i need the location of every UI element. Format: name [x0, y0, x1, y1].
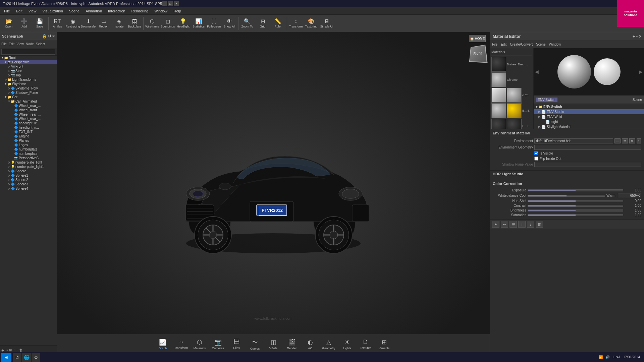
toolbar-btn-wireframe[interactable]: ⬡Wireframe [145, 16, 160, 31]
rp-down-btn[interactable]: ↓ [527, 221, 534, 228]
hue-shift-slider[interactable] [528, 200, 623, 202]
menu-item-view[interactable]: View [26, 8, 39, 14]
sg-delete-btn[interactable]: 🗑 [19, 348, 22, 352]
sg-file-menu[interactable]: File [1, 42, 7, 46]
minimize-btn[interactable]: _ [162, 1, 167, 6]
sg-select-menu[interactable]: Select [36, 42, 45, 46]
toolbar-btn-open[interactable]: 📂Open [1, 16, 16, 31]
env-visible-checkbox[interactable] [534, 151, 538, 155]
home-button[interactable]: 🏠 HOME [469, 35, 486, 42]
view-cube[interactable]: Right [468, 44, 487, 63]
scenegraph-close-icon[interactable]: × [52, 34, 55, 39]
tree-node-numberplate_light[interactable]: ▷ 💡 numberplate_light [0, 160, 57, 165]
sg-dots-btn[interactable]: •• [5, 348, 8, 352]
toolbar-btn-show-all[interactable]: 👁Show All [222, 16, 237, 31]
tree-node-sphere3[interactable]: ▷ 🔷 Sphere3 [0, 182, 57, 186]
mat-thumb-engine-alu2[interactable] [491, 103, 506, 118]
toolbar-btn-add[interactable]: ➕Add [17, 16, 32, 31]
tree-node-headlight_ri[interactable]: 🔷 headlight_ri... [0, 125, 57, 130]
bottom-btn-curves[interactable]: 〜Curves [246, 335, 264, 354]
scenegraph-refresh-icon[interactable]: ↺ [48, 34, 51, 39]
env-shadow-input[interactable] [534, 162, 641, 167]
toolbar-btn-ruler[interactable]: 📏Ruler [271, 16, 285, 31]
sg-node-menu[interactable]: Node [26, 42, 34, 46]
saturation-slider[interactable] [528, 214, 623, 216]
toolbar-btn-fullscreen[interactable]: ⛶Fullscreen [207, 16, 221, 31]
brightness-slider[interactable] [528, 209, 623, 212]
viewport-main[interactable]: PI VR2012 [57, 32, 490, 334]
toolbar-btn-raytracing[interactable]: ◉Raytracing [65, 16, 80, 31]
tree-node-numberplate[interactable]: 🔷 numberplate [0, 147, 57, 152]
tree-node-numberplate2[interactable]: 🔷 numberplate [0, 152, 57, 156]
rp-dots-btn[interactable]: •• [501, 221, 508, 228]
tree-node-car_animated[interactable]: ▼ 📁 Car_Animated [0, 99, 57, 104]
search-input[interactable] [1, 49, 55, 55]
toolbar-btn-texturing[interactable]: 🎨Texturing [304, 16, 319, 31]
close-btn[interactable]: × [174, 1, 179, 6]
env-node-skylight[interactable]: ▷ 📄 SkylightMaterial [534, 124, 644, 129]
toolbar-btn-statistics[interactable]: 📊Statistics [191, 16, 206, 31]
mat-window-menu[interactable]: Window [549, 43, 561, 46]
menu-item-interaction[interactable]: Interaction [105, 8, 128, 14]
toolbar-btn-zoom-to[interactable]: 🔍Zoom To [240, 16, 255, 31]
env-node-night[interactable]: 📄 night [534, 119, 644, 124]
toolbar-btn-region[interactable]: ▭Region [96, 16, 111, 31]
env-geom-input[interactable] [534, 145, 641, 150]
mat-edit-menu[interactable]: Edit [501, 43, 506, 46]
tree-node-headlight_le[interactable]: 🔷 headlight_le... [0, 121, 57, 125]
tree-node-sphere4[interactable]: ▷ 🔷 Sphere4 [0, 186, 57, 191]
tree-node-engine[interactable]: 🔷 Engine [0, 134, 57, 138]
env-node-root[interactable]: ▼ 📁 ENV-Switch [534, 104, 644, 109]
mat-scene-menu[interactable]: Scene [536, 43, 545, 46]
menu-item-file[interactable]: File [1, 8, 13, 14]
tree-node-skydome[interactable]: ▼ 📁 Skydome [0, 82, 57, 86]
contrast-slider[interactable] [528, 205, 623, 207]
bottom-btn-render[interactable]: 🎬Render [283, 335, 301, 354]
preview-left-arrow[interactable]: ◀ [535, 69, 539, 74]
mat-editor-max-btn[interactable]: - [636, 34, 638, 39]
tree-node-front[interactable]: ▷ 📷 Front [0, 64, 57, 69]
view-cube-face[interactable]: Right [469, 45, 488, 63]
tree-node-sphere1[interactable]: ▷ 🔷 Sphere1 [0, 173, 57, 178]
sg-move-down-btn[interactable]: ↓ [16, 348, 18, 352]
tree-node-wheer_rear[interactable]: 🔷 Wheer_rear_... [0, 112, 57, 117]
mat-thumb-chrome[interactable] [491, 72, 506, 87]
bottom-btn-lights[interactable]: ☀Lights [338, 335, 357, 354]
tree-node-shadow_plane[interactable]: ▷ 🔷 Shadow_Plane [0, 90, 57, 95]
mat-editor-close-btn[interactable]: × [639, 34, 641, 39]
bottom-btn-graph[interactable]: 📈Graph [154, 335, 172, 354]
env-flip-checkbox[interactable] [534, 157, 538, 161]
toolbar-btn-boundings[interactable]: ◻Boundings [160, 16, 175, 31]
toolbar-btn-headlight[interactable]: 💡Headlight [176, 16, 191, 31]
env-node-studio[interactable]: ▷ 📄 ENV-Studio [534, 109, 644, 114]
mat-editor-min-btn[interactable]: + [633, 34, 635, 39]
scenegraph-lock-icon[interactable]: 🔒 [42, 34, 47, 39]
toolbar-btn-transform[interactable]: ↕Transform [288, 16, 303, 31]
tree-node-wheel_rear2[interactable]: 🔷 Wheel_rear_... [0, 117, 57, 121]
menu-item-rendering[interactable]: Rendering [128, 8, 151, 14]
preview-right-arrow[interactable]: ▶ [639, 69, 643, 74]
mat-thumb-engine-alu[interactable] [507, 88, 522, 103]
toolbar-btn-simple-ui[interactable]: 🖥Simple UI [319, 16, 334, 31]
bottom-btn-vsets[interactable]: ◫VSets [264, 335, 283, 354]
tree-node-wheel_front[interactable]: 🔷 Wheel_front [0, 108, 57, 112]
tree-node-top[interactable]: ▷ 📷 Top [0, 73, 57, 77]
exposure-slider[interactable] [528, 189, 623, 191]
whitebalance-slider[interactable] [528, 195, 605, 197]
tree-node-sphere2[interactable]: ▷ 🔷 Sphere2 [0, 178, 57, 182]
mat-create-menu[interactable]: Create/Convert [510, 43, 533, 46]
sg-group-btn[interactable]: ⊞ [9, 348, 12, 352]
tree-node-skydome_poly[interactable]: ▷ 🔷 Skydome_Poly [0, 86, 57, 90]
rp-delete-btn[interactable]: 🗑 [536, 221, 543, 228]
bottom-btn-variants[interactable]: ⊞Variants [375, 335, 393, 354]
bottom-btn-clips[interactable]: 🎞Clips [227, 335, 246, 354]
mat-thumb-brakes[interactable] [491, 57, 506, 72]
tree-node-perspectivec[interactable]: 📷 PerspectiveC... [0, 156, 57, 160]
mat-file-menu[interactable]: File [492, 43, 497, 46]
taskbar-icon-3[interactable]: ⚙ [32, 353, 40, 362]
env-reload-btn[interactable]: ↺ [629, 138, 635, 143]
env-node-env-wald[interactable]: ▷ 📄 ENV-Wald [534, 114, 644, 119]
rp-grid-btn[interactable]: ⊞ [509, 221, 517, 228]
bottom-btn-cameras[interactable]: 📷Cameras [209, 335, 227, 354]
mat-thumb-engine-gold[interactable] [507, 103, 522, 118]
